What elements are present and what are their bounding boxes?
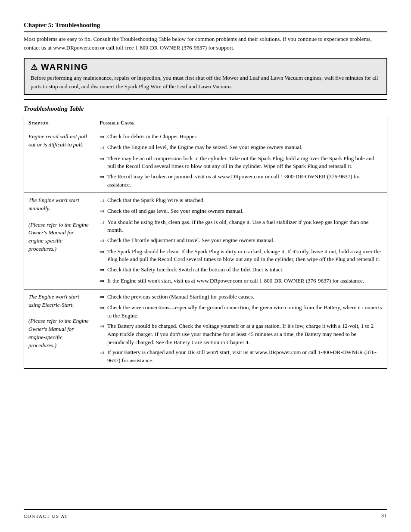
- cause-text: You should be using fresh, clean gas. If…: [107, 218, 383, 235]
- cause-item: ⇒The Recoil may be broken or jammed. vis…: [100, 173, 383, 189]
- cause-text: Check for debris in the Chipper Hopper.: [107, 133, 197, 141]
- arrow-icon: ⇒: [100, 196, 105, 205]
- arrow-icon: ⇒: [100, 133, 105, 141]
- cause-text: Check the Engine oil level, the Engine m…: [107, 143, 302, 152]
- cause-item: ⇒The Spark Plug should be clean. If the …: [100, 248, 383, 264]
- chapter-title: Chapter 5: Troubleshooting: [24, 22, 100, 28]
- col-header-cause: Possible Cause: [95, 117, 387, 129]
- cause-item: ⇒Check the oil and gas level. See your e…: [100, 207, 383, 216]
- cause-text: Check the previous section (Manual Start…: [107, 293, 254, 301]
- cause-text: There may be an oil compression lock in …: [107, 155, 383, 171]
- chapter-heading: Chapter 5: Troubleshooting: [24, 22, 387, 32]
- cause-text: Check that the Safety Interlock Switch a…: [107, 266, 283, 274]
- arrow-icon: ⇒: [100, 155, 105, 163]
- table-row: Engine recoil will not pull out or is di…: [24, 129, 387, 193]
- warning-box: ⚠ WARNING Before performing any maintena…: [24, 58, 387, 95]
- troubleshooting-table: Symptom Possible Cause Engine recoil wil…: [24, 117, 387, 369]
- cause-item: ⇒Check that the Safety Interlock Switch …: [100, 266, 383, 274]
- arrow-icon: ⇒: [100, 207, 105, 216]
- cause-text: Check the oil and gas level. See your en…: [107, 207, 243, 215]
- arrow-icon: ⇒: [100, 322, 105, 331]
- cause-item: ⇒Check the Engine oil level, the Engine …: [100, 143, 383, 152]
- cause-item: ⇒You should be using fresh, clean gas. I…: [100, 218, 383, 235]
- col-header-symptom: Symptom: [24, 117, 95, 129]
- arrow-icon: ⇒: [100, 293, 105, 302]
- arrow-icon: ⇒: [100, 218, 105, 227]
- warning-icon: ⚠: [31, 62, 37, 72]
- arrow-icon: ⇒: [100, 236, 105, 245]
- table-row: The Engine won't start using Electric-St…: [24, 289, 387, 368]
- arrow-icon: ⇒: [100, 304, 105, 312]
- arrow-icon: ⇒: [100, 266, 105, 274]
- cause-item: ⇒Check that the Spark Plug Wire is attac…: [100, 196, 383, 205]
- table-heading: Troubleshooting Table: [24, 105, 387, 112]
- table-row: The Engine won't start manually.(Please …: [24, 193, 387, 289]
- arrow-icon: ⇒: [100, 173, 105, 181]
- footer-page-number: 31: [381, 513, 387, 519]
- footer-contact-label: CONTACT US AT: [24, 513, 68, 519]
- cause-text: Check the wire connections—especially th…: [107, 304, 383, 320]
- symptom-cell-0: Engine recoil will not pull out or is di…: [24, 129, 95, 193]
- footer: CONTACT US AT 31: [24, 509, 387, 519]
- warning-title: WARNING: [41, 62, 89, 72]
- cause-text: The Recoil may be broken or jammed. visi…: [107, 173, 383, 189]
- cause-item: ⇒Check the previous section (Manual Star…: [100, 293, 383, 302]
- cause-text: If the Engine still won't start, visit u…: [107, 277, 364, 285]
- cause-item: ⇒If your Battery is charged and your DR …: [100, 348, 383, 365]
- cause-cell-2: ⇒Check the previous section (Manual Star…: [95, 289, 387, 368]
- page: Chapter 5: Troubleshooting Most problems…: [0, 0, 411, 532]
- cause-item: ⇒If the Engine still won't start, visit …: [100, 277, 383, 286]
- arrow-icon: ⇒: [100, 348, 105, 357]
- intro-text: Most problems are easy to fix. Consult t…: [24, 35, 387, 52]
- cause-text: Check the Throttle adjustment and travel…: [107, 236, 274, 245]
- cause-text: The Battery should be charged. Check the…: [107, 322, 383, 347]
- arrow-icon: ⇒: [100, 277, 105, 286]
- cause-item: ⇒Check the wire connections—especially t…: [100, 304, 383, 320]
- cause-text: Check that the Spark Plug Wire is attach…: [107, 196, 205, 205]
- symptom-cell-1: The Engine won't start manually.(Please …: [24, 193, 95, 289]
- cause-item: ⇒Check for debris in the Chipper Hopper.: [100, 133, 383, 141]
- arrow-icon: ⇒: [100, 248, 105, 256]
- warning-text: Before performing any maintenance, repai…: [31, 74, 380, 90]
- section-divider: [24, 99, 387, 100]
- arrow-icon: ⇒: [100, 143, 105, 152]
- symptom-cell-2: The Engine won't start using Electric-St…: [24, 289, 95, 368]
- cause-cell-1: ⇒Check that the Spark Plug Wire is attac…: [95, 193, 387, 289]
- cause-cell-0: ⇒Check for debris in the Chipper Hopper.…: [95, 129, 387, 193]
- cause-item: ⇒Check the Throttle adjustment and trave…: [100, 236, 383, 245]
- warning-header: ⚠ WARNING: [31, 62, 380, 72]
- cause-item: ⇒The Battery should be charged. Check th…: [100, 322, 383, 347]
- cause-text: The Spark Plug should be clean. If the S…: [107, 248, 383, 264]
- cause-text: If your Battery is charged and your DR s…: [107, 348, 383, 365]
- cause-item: ⇒There may be an oil compression lock in…: [100, 155, 383, 171]
